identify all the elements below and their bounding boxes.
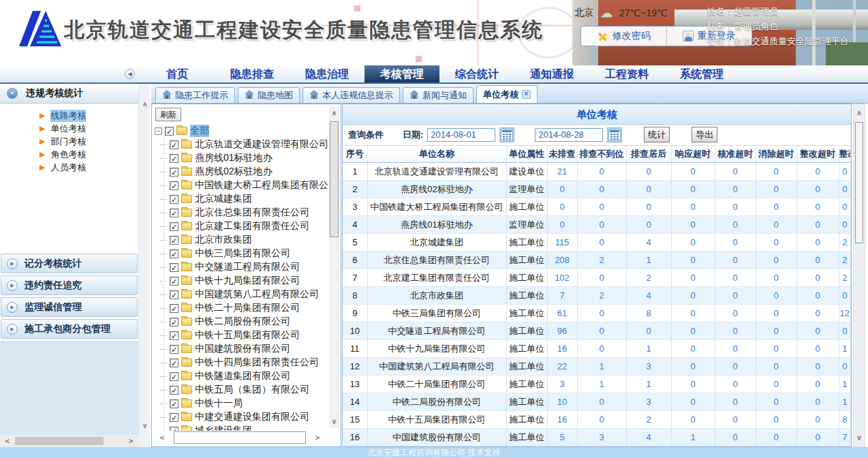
nav-item-3[interactable]: 考核管理: [365, 65, 439, 82]
close-icon[interactable]: ×: [522, 90, 531, 99]
tree-node[interactable]: ✓中铁隧道集团有限公司: [155, 369, 326, 383]
table-row[interactable]: 4燕房线01标驻地办监理单位00000000: [343, 216, 851, 234]
export-button[interactable]: 导出: [692, 127, 717, 142]
checkbox-checked[interactable]: ✓: [170, 399, 179, 408]
checkbox-checked[interactable]: ✓: [170, 181, 179, 190]
checkbox-checked[interactable]: ✓: [170, 386, 179, 395]
tree-root-label[interactable]: 全部: [190, 125, 209, 137]
scroll-up-icon[interactable]: ∧: [854, 108, 865, 117]
scroll-left-icon[interactable]: <: [155, 433, 170, 442]
sidebar-section-0[interactable]: ▶记分考核统计: [1, 254, 138, 273]
tree-hscroll-track[interactable]: [174, 431, 306, 444]
tree-node[interactable]: ✓中铁十五局集团有限公司: [155, 329, 326, 342]
table-row[interactable]: 11中铁十九局集团有限公司施工单位160100001: [343, 340, 851, 358]
scroll-up-icon[interactable]: ∧: [139, 100, 151, 108]
tree-node[interactable]: ✓中铁十一局: [155, 397, 326, 410]
table-row[interactable]: 13中铁二十局集团有限公司施工单位31100001: [343, 376, 851, 393]
subtab-3[interactable]: 新闻与通知: [403, 87, 474, 103]
tree-node[interactable]: ✓中铁十四局集团有限责任公司: [155, 356, 326, 369]
checkbox-checked[interactable]: ✓: [170, 168, 179, 177]
table-row[interactable]: 1北京轨道交通建设管理有限公司建设单位210000000: [343, 163, 851, 181]
table-row[interactable]: 10中交隧道工程局有限公司施工单位960000000: [343, 322, 851, 340]
scroll-right-icon[interactable]: >: [310, 433, 325, 442]
sidebar-hscroll-thumb[interactable]: [15, 437, 104, 445]
checkbox-checked[interactable]: ✓: [170, 358, 179, 367]
nav-item-0[interactable]: 首页: [140, 65, 215, 82]
sidebar-section-violation-stats[interactable]: ▼ 违规考核统计: [0, 84, 138, 104]
checkbox-checked[interactable]: ✓: [170, 140, 179, 149]
scroll-right-icon[interactable]: >: [123, 437, 138, 445]
nav-item-7[interactable]: 系统管理: [664, 65, 739, 82]
date-from-input[interactable]: [427, 128, 495, 142]
table-row[interactable]: 16中国建筑股份有限公司施工单位53410007: [343, 429, 851, 446]
nav-item-6[interactable]: 工程资料: [589, 65, 664, 82]
table-row[interactable]: 15中铁十五局集团有限公司施工单位160200008: [343, 411, 851, 429]
tree-node[interactable]: ✓中国建筑股份有限公司: [155, 342, 326, 356]
calendar-icon[interactable]: [607, 127, 622, 142]
table-row[interactable]: 8北京市政集团施工单位72400000: [343, 287, 851, 305]
subtab-1[interactable]: 隐患地图: [238, 87, 300, 103]
table-row[interactable]: 12中国建筑第八工程局有限公司施工单位221300000: [343, 358, 851, 376]
sidebar-section-2[interactable]: ▶监理诚信管理: [1, 297, 138, 317]
table-row[interactable]: 7北京建工集团有限责任公司施工单位1020200002: [343, 269, 851, 287]
refresh-button[interactable]: 刷新: [155, 108, 181, 121]
tree-node[interactable]: ✓北京城建集团: [155, 192, 326, 206]
nav-item-5[interactable]: 通知通报: [514, 65, 589, 82]
sidebar-item-4[interactable]: ▶人员考核: [0, 161, 138, 174]
tree-node[interactable]: ✓中铁二十局集团有限公司: [155, 301, 326, 315]
tree-root-row[interactable]: − ✓ 全部: [155, 124, 326, 138]
checkbox-checked[interactable]: ✓: [170, 372, 179, 381]
nav-item-2[interactable]: 隐患治理: [290, 65, 365, 82]
tree-node[interactable]: ✓燕房线01标驻地办: [155, 151, 326, 165]
checkbox-checked[interactable]: ✓: [170, 209, 179, 217]
checkbox-checked[interactable]: ✓: [170, 318, 179, 326]
tree-node[interactable]: ✓中国铁建大桥工程局集团有限公司: [155, 179, 326, 192]
sidebar-section-1[interactable]: ▶违约责任追究: [1, 275, 138, 295]
subtab-active[interactable]: 单位考核 ×: [476, 85, 538, 103]
subtab-0[interactable]: 隐患工作提示: [155, 87, 235, 103]
tree-node[interactable]: ✓燕房线02标驻地办: [155, 165, 326, 179]
nav-item-1[interactable]: 隐患排查: [215, 65, 290, 82]
table-row[interactable]: 3中国铁建大桥工程局集团有限公司施工单位00000000: [343, 198, 851, 216]
tree-node[interactable]: ✓中国建筑第八工程局有限公司: [155, 288, 326, 301]
checkbox-checked[interactable]: ✓: [170, 290, 179, 299]
tree-node[interactable]: ✓中铁五局（集团）有限公司: [155, 383, 326, 397]
checkbox-checked[interactable]: ✓: [170, 345, 179, 354]
tree-node[interactable]: ✓中铁二局股份有限公司: [155, 315, 326, 329]
table-row[interactable]: 14中铁二局股份有限公司施工单位100300001: [343, 393, 851, 411]
tree-node[interactable]: ✓中铁十九局集团有限公司: [155, 274, 326, 288]
tree-node[interactable]: ✓中铁三局集团有限公司: [155, 247, 326, 260]
checkbox-checked[interactable]: ✓: [170, 304, 179, 313]
checkbox-checked[interactable]: ✓: [170, 236, 179, 245]
table-vscroll-thumb[interactable]: [855, 122, 863, 243]
table-row[interactable]: 5北京城建集团施工单位1150400002: [343, 234, 851, 251]
table-row[interactable]: 6北京住总集团有限责任公司施工单位2082100002: [343, 251, 851, 269]
subtab-2[interactable]: 本人违规信息提示: [303, 87, 400, 103]
checkbox-checked[interactable]: ✓: [170, 331, 179, 340]
tree-node[interactable]: ✓北京市政集团: [155, 233, 326, 247]
scroll-down-icon[interactable]: ∨: [854, 433, 865, 442]
tree-node[interactable]: ✓中建交通建设集团有限公司: [155, 410, 326, 424]
tree-node[interactable]: ✓北京建工集团有限责任公司: [155, 219, 326, 233]
sidebar-item-2[interactable]: ▶部门考核: [0, 135, 138, 148]
sidebar-item-0[interactable]: ▶线路考核: [0, 109, 138, 122]
nav-item-4[interactable]: 综合统计: [439, 65, 514, 82]
sidebar-section-3[interactable]: ▶施工承包商分包管理: [1, 319, 138, 339]
expander-minus-icon[interactable]: −: [155, 127, 162, 135]
sidebar-item-3[interactable]: ▶角色考核: [0, 148, 138, 161]
scroll-down-icon[interactable]: ∨: [329, 418, 339, 425]
checkbox-checked[interactable]: ✓: [170, 222, 179, 231]
scroll-down-icon[interactable]: ∨: [139, 422, 151, 429]
scroll-left-icon[interactable]: <: [0, 437, 15, 445]
tree-node[interactable]: ✓北京轨道交通建设管理有限公司: [155, 138, 326, 151]
checkbox-checked[interactable]: ✓: [170, 195, 179, 204]
scroll-up-icon[interactable]: ∧: [329, 109, 339, 117]
checkbox-checked[interactable]: ✓: [170, 277, 179, 286]
date-to-input[interactable]: [535, 128, 603, 142]
tree-node[interactable]: ✓中交隧道工程局有限公司: [155, 260, 326, 274]
nav-collapse-icon[interactable]: ◀: [125, 69, 135, 79]
checkbox-checked[interactable]: ✓: [170, 154, 179, 163]
change-password-button[interactable]: 修改密码: [581, 27, 666, 46]
sidebar-item-1[interactable]: ▶单位考核: [0, 122, 138, 135]
tree-vscroll-thumb[interactable]: [330, 121, 339, 237]
